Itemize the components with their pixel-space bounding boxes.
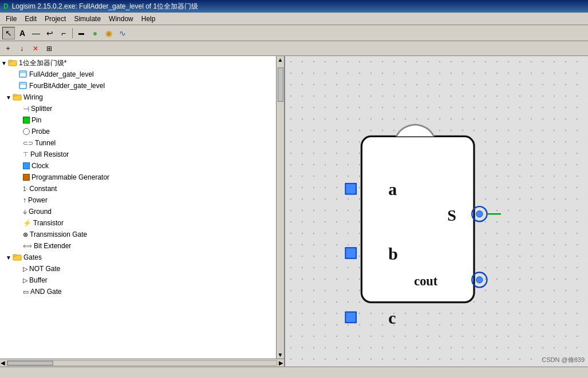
label-s: S xyxy=(447,206,456,224)
pin-c-connector xyxy=(345,312,356,323)
titlebar: D Logisim 2.15.0.2.exe: FullAdder_gate_l… xyxy=(0,0,588,13)
constant-label: Constant xyxy=(29,185,57,193)
left-panel: ▼ 1位全加器门级* FullAdder_gate_level xyxy=(0,56,285,367)
power-icon: ↑ xyxy=(23,196,26,204)
sep1 xyxy=(72,28,73,38)
transmgate-icon: ⊗ xyxy=(23,231,28,238)
scroll-up[interactable]: ▲ xyxy=(277,56,284,63)
circle-tool[interactable]: ● xyxy=(89,27,101,39)
tree-splitter[interactable]: ⊣ Splitter xyxy=(0,103,276,114)
pin-label: Pin xyxy=(31,116,41,124)
tree-buffer[interactable]: ▷ Buffer xyxy=(0,274,276,286)
measure-tool[interactable]: ⌐ xyxy=(57,27,70,39)
notgate-label: NOT Gate xyxy=(29,265,60,273)
wiring-label: Wiring xyxy=(23,93,43,101)
delete-button[interactable]: ✕ xyxy=(30,43,41,54)
output-cout-dot xyxy=(476,277,483,283)
tree-notgate[interactable]: ▷ NOT Gate xyxy=(0,263,276,274)
tree-wiring[interactable]: ▼ Wiring xyxy=(0,91,276,103)
tree-scrollbar[interactable]: ▲ ▼ xyxy=(276,56,284,359)
fulladder-label: FullAdder_gate_level xyxy=(29,70,94,78)
title-text: Logisim 2.15.0.2.exe: FullAdder_gate_lev… xyxy=(12,2,199,11)
grid-button[interactable]: ⊞ xyxy=(44,43,55,54)
tree-proggen[interactable]: Programmable Generator xyxy=(0,172,276,183)
tree-gates[interactable]: ▼ Gates xyxy=(0,252,276,263)
tree-ground[interactable]: ⏚ Ground xyxy=(0,206,276,217)
svg-rect-1 xyxy=(9,60,12,62)
tree-pin[interactable]: Pin xyxy=(0,114,276,126)
label-b: b xyxy=(388,244,398,263)
pin-icon xyxy=(23,117,30,124)
h-scrollbar[interactable]: ◀ ▶ xyxy=(0,359,284,367)
app-icon: D xyxy=(3,2,9,10)
tree-tunnel[interactable]: ⊂⊃ Tunnel xyxy=(0,137,276,149)
ground-label: Ground xyxy=(29,208,52,216)
tree-pullresistor[interactable]: ⊤ Pull Resistor xyxy=(0,149,276,160)
move-down-button[interactable]: ↓ xyxy=(16,43,27,54)
tree-constant[interactable]: 1· Constant xyxy=(0,183,276,194)
clock-label: Clock xyxy=(31,162,49,170)
tree-fulladder[interactable]: FullAdder_gate_level xyxy=(0,69,276,80)
scroll-thumb[interactable] xyxy=(278,67,283,102)
gates-arrow[interactable]: ▼ xyxy=(6,254,13,261)
tree-panel: ▼ 1位全加器门级* FullAdder_gate_level xyxy=(0,56,276,357)
wiring-arrow[interactable]: ▼ xyxy=(6,94,13,101)
tree-transistor[interactable]: ⚡ Transistor xyxy=(0,217,276,229)
gates-label: Gates xyxy=(23,253,42,261)
menubar: File Edit Project Simulate Window Help xyxy=(0,13,588,25)
label-c: c xyxy=(388,308,396,327)
label-a: a xyxy=(388,180,397,198)
canvas-area[interactable]: a b c S cout CSDN @脩639 xyxy=(285,56,588,367)
ellipse-tool[interactable]: ◉ xyxy=(102,27,115,39)
tree-clock[interactable]: Clock xyxy=(0,160,276,172)
bitextender-label: Bit Extender xyxy=(34,242,71,250)
fourbit-label: FourBitAdder_gate_level xyxy=(29,82,105,90)
curve-tool[interactable]: ∿ xyxy=(116,27,129,39)
tree-fourbit[interactable]: FourBitAdder_gate_level xyxy=(0,80,276,91)
select-tool[interactable]: ↖ xyxy=(2,27,15,39)
tree-root[interactable]: ▼ 1位全加器门级* xyxy=(0,57,276,69)
transistor-label: Transistor xyxy=(33,219,64,227)
root-folder-icon xyxy=(8,58,17,69)
pullresistor-icon: ⊤ xyxy=(23,151,29,158)
rect-tool[interactable]: ▬ xyxy=(75,27,88,39)
buffer-label: Buffer xyxy=(29,276,48,284)
buffer-icon: ▷ xyxy=(23,277,27,284)
scroll-down[interactable]: ▼ xyxy=(277,351,284,359)
menu-edit[interactable]: Edit xyxy=(21,14,40,24)
h-scroll-track xyxy=(7,360,277,366)
menu-window[interactable]: Window xyxy=(105,14,137,24)
h-scroll-thumb[interactable] xyxy=(7,361,53,365)
bend-tool[interactable]: ↩ xyxy=(44,27,56,39)
tunnel-icon: ⊂⊃ xyxy=(23,140,33,147)
andgate-label: AND Gate xyxy=(30,288,62,296)
svg-rect-2 xyxy=(19,71,26,77)
tree-power[interactable]: ↑ Power xyxy=(0,194,276,206)
fulladder-icon xyxy=(18,69,27,80)
transistor-icon: ⚡ xyxy=(23,219,31,227)
tree-andgate[interactable]: ▭ AND Gate xyxy=(0,286,276,297)
tree-transmgate[interactable]: ⊗ Transmission Gate xyxy=(0,229,276,240)
tree-probe[interactable]: Probe xyxy=(0,126,276,137)
probe-label: Probe xyxy=(31,128,50,136)
bitextender-icon: ⟺ xyxy=(23,242,32,250)
svg-rect-7 xyxy=(13,94,17,96)
menu-simulate[interactable]: Simulate xyxy=(70,14,104,24)
menu-help[interactable]: Help xyxy=(138,14,159,24)
transmgate-label: Transmission Gate xyxy=(30,230,87,238)
wire-tool[interactable]: — xyxy=(30,27,42,39)
scroll-right[interactable]: ▶ xyxy=(278,359,284,367)
add-button[interactable]: + xyxy=(2,43,14,54)
scroll-left[interactable]: ◀ xyxy=(0,359,6,367)
power-label: Power xyxy=(28,196,48,204)
text-tool[interactable]: A xyxy=(16,27,29,39)
fourbit-icon xyxy=(18,81,27,91)
menu-file[interactable]: File xyxy=(2,14,20,24)
root-arrow[interactable]: ▼ xyxy=(1,60,8,66)
menu-project[interactable]: Project xyxy=(41,14,69,24)
proggen-icon xyxy=(23,174,30,181)
notgate-icon: ▷ xyxy=(23,265,27,273)
tree-bitextender[interactable]: ⟺ Bit Extender xyxy=(0,240,276,252)
toolbar2: + ↓ ✕ ⊞ xyxy=(0,41,588,56)
andgate-icon: ▭ xyxy=(23,288,29,296)
